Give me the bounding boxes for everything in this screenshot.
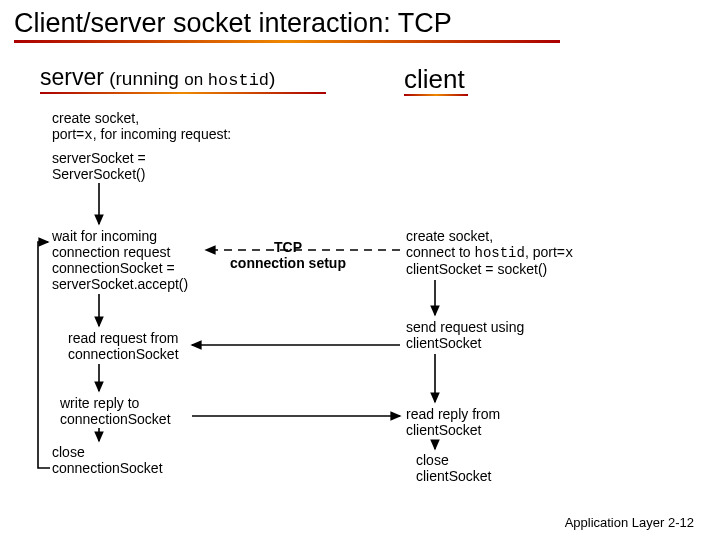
server-heading-on: on [184, 70, 208, 89]
server-write-reply: write reply to connectionSocket [60, 395, 171, 427]
server-heading-hostid: hostid [208, 71, 269, 90]
server-heading: server (running on hostid) [40, 64, 275, 91]
txt: connect to [406, 244, 475, 260]
client-heading: client [404, 64, 465, 95]
txt: connectionSocket [60, 411, 171, 427]
txt: ServerSocket() [52, 166, 145, 182]
txt: clientSocket = socket() [406, 261, 547, 277]
slide-footer: Application Layer 2-12 [565, 515, 694, 530]
txt: serverSocket.accept() [52, 276, 188, 292]
title-underline [14, 40, 560, 43]
txt: x [565, 245, 573, 261]
client-send-request: send request using clientSocket [406, 319, 524, 351]
server-read-request: read request from connectionSocket [68, 330, 179, 362]
txt: 2-12 [664, 515, 694, 530]
client-heading-underline [404, 94, 468, 96]
arrow-server-loop [38, 242, 50, 468]
server-heading-word: server [40, 64, 104, 90]
txt: clientSocket [416, 468, 491, 484]
txt: Application Layer [565, 515, 665, 530]
txt: write reply to [60, 395, 139, 411]
txt: send request using [406, 319, 524, 335]
txt: connection request [52, 244, 170, 260]
txt: , port= [525, 244, 565, 260]
server-create-socket: create socket, port=x, for incoming requ… [52, 110, 231, 143]
tcp-setup-label: TCP connection setup [208, 239, 368, 271]
txt: wait for incoming [52, 228, 157, 244]
client-create-socket: create socket, connect to hostid, port=x… [406, 228, 573, 277]
txt: clientSocket [406, 422, 481, 438]
server-wait-accept: wait for incoming connection request con… [52, 228, 188, 292]
txt: TCP [274, 239, 302, 255]
txt: connectionSocket [68, 346, 179, 362]
client-read-reply: read reply from clientSocket [406, 406, 500, 438]
txt: connectionSocket [52, 460, 163, 476]
txt: read reply from [406, 406, 500, 422]
txt: close [416, 452, 449, 468]
txt: clientSocket [406, 335, 481, 351]
txt: create socket, [52, 110, 139, 126]
txt: connection setup [230, 255, 346, 271]
txt: serverSocket = [52, 150, 146, 166]
server-heading-running: (running [104, 68, 184, 89]
txt: create socket, [406, 228, 493, 244]
client-close: close clientSocket [416, 452, 491, 484]
server-serversocket: serverSocket = ServerSocket() [52, 150, 146, 182]
txt: x [84, 127, 92, 143]
txt: close [52, 444, 85, 460]
server-close: close connectionSocket [52, 444, 163, 476]
txt: port= [52, 126, 84, 142]
txt: read request from [68, 330, 179, 346]
slide-title: Client/server socket interaction: TCP [14, 8, 452, 39]
server-heading-paren: ) [269, 68, 275, 89]
txt: hostid [475, 245, 525, 261]
txt: , for incoming request: [93, 126, 232, 142]
server-heading-underline [40, 92, 326, 94]
txt: connectionSocket = [52, 260, 175, 276]
